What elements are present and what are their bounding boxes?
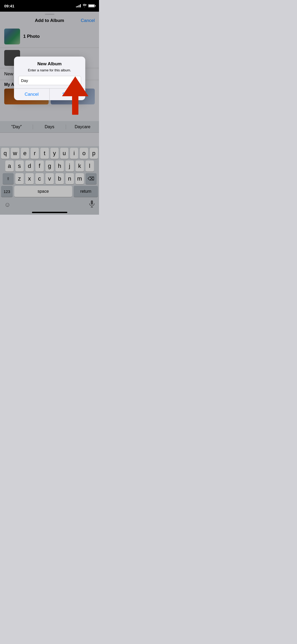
alert-message: Enter a name for this album. — [18, 68, 81, 72]
alert-cancel-button[interactable]: Cancel — [14, 89, 50, 100]
status-icons — [76, 4, 95, 8]
alert-overlay: New Album Enter a name for this album. C… — [0, 12, 99, 215]
status-bar: 09:41 — [0, 0, 99, 12]
album-name-input[interactable] — [18, 76, 81, 85]
alert-title: New Album — [18, 61, 81, 67]
status-time: 09:41 — [4, 4, 14, 8]
alert-body: New Album Enter a name for this album. — [14, 57, 85, 88]
signal-icon — [76, 4, 81, 7]
alert-save-button[interactable]: Save — [50, 89, 85, 100]
alert-dialog: New Album Enter a name for this album. C… — [14, 57, 85, 100]
battery-icon — [88, 4, 95, 7]
alert-buttons: Cancel Save — [14, 88, 85, 100]
wifi-icon — [82, 4, 87, 8]
sheet-background: Add to Album Cancel 1 Photo New Album...… — [0, 12, 99, 215]
